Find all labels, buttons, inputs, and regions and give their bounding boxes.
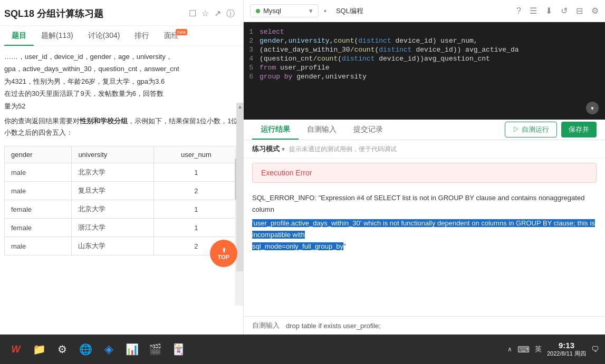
description-text: 你的查询返回结果需要对性别和学校分组，示例如下，结果保留1位小数，1位小数之后的… [0, 112, 243, 141]
globe-icon[interactable]: 🌐 [76, 340, 95, 359]
db-connected-dot [256, 9, 260, 13]
code-line-4: 4 (question_cnt/count(distinct device_id… [244, 54, 605, 63]
download-icon[interactable]: ⬇ [545, 6, 552, 16]
error-title: Execution Error [261, 169, 312, 177]
video-icon[interactable]: 🎬 [146, 340, 165, 359]
chart-icon[interactable]: 📊 [122, 340, 141, 359]
bottom-input-label: 自测输入 [252, 321, 280, 330]
col-gender: gender [5, 146, 72, 163]
run-buttons: ▷ 自测运行 保存并 [505, 122, 597, 137]
edit-icon[interactable]: ☐ [189, 8, 196, 19]
table-row: male 山东大学 2 [5, 237, 239, 255]
error-highlight: 'user_profile.active_days_within_30' whi… [252, 219, 595, 239]
toolbar-icons-right: ? ☰ ⬇ ↺ ⊟ ⚙ [516, 6, 599, 16]
content-text: ……，user_id，device_id，gender，age，universi… [0, 46, 243, 112]
table-row: female 浙江大学 1 [5, 219, 239, 237]
col-university: university [72, 146, 153, 163]
bottom-input-value: drop table if exists user_profile; [286, 322, 597, 330]
practice-dropdown-icon: ▾ [282, 146, 285, 153]
practice-mode-label[interactable]: 练习模式 ▾ [252, 144, 285, 154]
error-body: SQL_ERROR_INFO: "Expression #4 of SELECT… [244, 187, 605, 258]
tab-discussion[interactable]: 讨论(304) [81, 26, 128, 46]
list-icon[interactable]: ☰ [530, 6, 537, 16]
taskbar: W 📁 ⚙ 🌐 ◈ 📊 🎬 🃏 ∧ ⌨ 英 9:13 2022/8/11 周四 … [0, 335, 605, 364]
share-icon[interactable]: ↗ [214, 8, 221, 19]
clock-date: 2022/8/11 周四 [547, 350, 586, 358]
help-icon[interactable]: ? [516, 6, 521, 16]
vscode-icon[interactable]: ◈ [99, 340, 118, 359]
notification-icon[interactable]: 🗨 [591, 345, 599, 353]
tab-solution[interactable]: 题解(113) [34, 26, 81, 46]
up-arrow-icon[interactable]: ∧ [507, 346, 512, 353]
taskbar-time: 9:13 2022/8/11 周四 [547, 341, 586, 358]
tab-question[interactable]: 题目 [4, 26, 34, 46]
result-table: gender university user_num male 北京大学 1 m… [4, 146, 239, 255]
code-line-1: 1 select [244, 27, 605, 36]
files-icon[interactable]: 📁 [30, 340, 49, 359]
result-tab-selftest[interactable]: 自测输入 [299, 120, 345, 140]
left-scroll-handle[interactable]: ▲ [236, 103, 244, 271]
card-icon[interactable]: 🃏 [169, 340, 188, 359]
table-row: male 北京大学 1 [5, 163, 239, 182]
dropdown-icon: ▾ [309, 7, 313, 15]
col-usernum: user_num [153, 146, 238, 163]
winamp-icon[interactable]: W [6, 340, 25, 359]
error-section: Execution Error SQL_ERROR_INFO: "Express… [244, 159, 605, 316]
table-row: male 复旦大学 2 [5, 182, 239, 200]
code-line-2: 2 gender,university,count(distinct devic… [244, 36, 605, 45]
table-row: female 北京大学 1 [5, 200, 239, 219]
lang-indicator[interactable]: 英 [535, 345, 542, 354]
code-editor[interactable]: 1 select 2 gender,university,count(disti… [244, 22, 605, 120]
sql-toolbar: Mysql ▾ • SQL编程 ? ☰ ⬇ ↺ ⊟ ⚙ [244, 0, 605, 22]
title-bar: SQL18 分组计算练习题 ☐ ☆ ↗ ⓘ [0, 0, 243, 26]
code-line-6: 6 group by gender,university [244, 72, 605, 81]
left-panel: SQL18 分组计算练习题 ☐ ☆ ↗ ⓘ 题目 题解(113) 讨论(304)… [0, 0, 244, 335]
practice-bar: 练习模式 ▾ 提示未通过的测试用例，便于代码调试 [244, 140, 605, 159]
new-badge: new [176, 29, 188, 35]
split-icon[interactable]: ⊟ [576, 6, 583, 16]
self-test-run-button[interactable]: ▷ 自测运行 [505, 122, 557, 137]
db-selector[interactable]: Mysql ▾ [250, 4, 319, 17]
expand-editor-btn[interactable]: ▾ [586, 102, 599, 114]
sql-mode-label: SQL编程 [332, 6, 363, 16]
dot-separator: • [324, 7, 326, 15]
app1-icon[interactable]: ⚙ [53, 340, 72, 359]
refresh-icon[interactable]: ↺ [561, 6, 568, 16]
tab-bar: 题目 题解(113) 讨论(304) 排行 面经 new [0, 26, 243, 46]
result-tabs: 运行结果 自测输入 提交记录 ▷ 自测运行 保存并 [244, 120, 605, 140]
result-tab-run[interactable]: 运行结果 [252, 120, 299, 140]
result-tab-history[interactable]: 提交记录 [345, 120, 391, 140]
error-highlight-2: sql_mode=only_full_group_by [252, 242, 343, 250]
db-name: Mysql [263, 7, 281, 15]
practice-hint: 提示未通过的测试用例，便于代码调试 [289, 145, 397, 154]
taskbar-right: ∧ ⌨ 英 9:13 2022/8/11 周四 🗨 [507, 341, 599, 358]
code-line-5: 5 from user_profile [244, 63, 605, 72]
page-title: SQL18 分组计算练习题 [4, 7, 184, 20]
execution-error-bar: Execution Error [252, 163, 597, 183]
keyboard-icon: ⌨ [517, 345, 530, 355]
code-line-3: 3 (active_days_within_30/count(distinct … [244, 45, 605, 54]
top-button[interactable]: ⬆ TOP [210, 240, 237, 267]
title-icons: ☐ ☆ ↗ ⓘ [189, 8, 235, 19]
right-panel: Mysql ▾ • SQL编程 ? ☰ ⬇ ↺ ⊟ ⚙ 1 select 2 g… [244, 0, 605, 335]
save-submit-button[interactable]: 保存并 [561, 122, 597, 137]
tab-ranking[interactable]: 排行 [127, 26, 157, 46]
bottom-input-bar: 自测输入 drop table if exists user_profile; [244, 316, 605, 335]
star-icon[interactable]: ☆ [201, 8, 209, 19]
tab-interview[interactable]: 面经 new [157, 26, 186, 46]
settings-icon[interactable]: ⚙ [591, 6, 599, 16]
clock-time: 9:13 [547, 341, 586, 350]
info-icon[interactable]: ⓘ [226, 8, 235, 19]
result-table-wrapper: gender university user_num male 北京大学 1 m… [0, 141, 243, 260]
